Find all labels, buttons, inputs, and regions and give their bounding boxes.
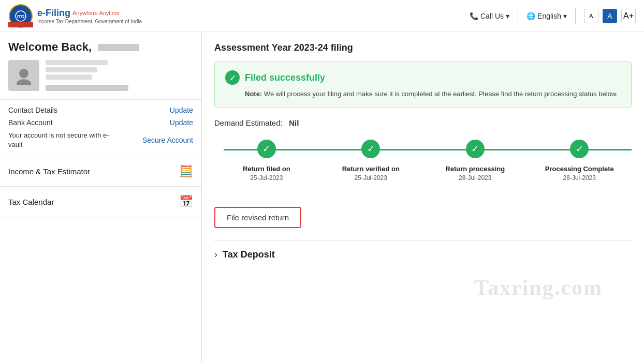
- contact-details-update-link[interactable]: Update: [170, 106, 193, 114]
- timeline-check-2: ✓: [361, 140, 380, 158]
- timeline-date-3: 28-Jul-2023: [459, 174, 491, 182]
- timeline-label-3: Return processing 28-Jul-2023: [445, 164, 505, 183]
- welcome-text: Welcome Back,: [8, 40, 92, 53]
- user-info-line-1: [46, 60, 108, 65]
- logo-subtitle: Income Tax Department, Government of Ind…: [37, 19, 142, 24]
- timeline-check-1: ✓: [257, 140, 276, 158]
- timeline-step-3: ✓ Return processing 28-Jul-2023: [423, 140, 528, 183]
- calculator-icon: 🧮: [179, 164, 193, 178]
- sidebar-links: Contact Details Update Bank Account Upda…: [0, 100, 201, 156]
- sidebar: Welcome Back,: [0, 32, 202, 362]
- font-size-controls: A A A+: [584, 9, 636, 23]
- emblem-icon: ITD: [8, 4, 33, 28]
- header-right: 📞 Call Us ▾ 🌐 English ▾ A A A+: [470, 8, 636, 24]
- success-title-text: Filed successfully: [245, 72, 325, 83]
- call-us-label: Call Us: [480, 12, 504, 20]
- call-chevron-icon: ▾: [506, 12, 509, 20]
- timeline-check-4: ✓: [570, 140, 589, 158]
- demand-label: Demand Estimated:: [214, 118, 283, 127]
- timeline-date-2: 25-Jul-2023: [355, 174, 387, 182]
- timeline-label-2: Return verified on 25-Jul-2023: [342, 164, 400, 183]
- call-us-button[interactable]: 📞 Call Us ▾: [470, 12, 509, 20]
- success-title-row: ✓ Filed successfully: [225, 70, 621, 85]
- tax-calendar-label: Tax Calendar: [8, 198, 54, 206]
- timeline-label-4: Processing Complete 28-Jul-2023: [545, 164, 614, 183]
- page-title: Assessment Year 2023-24 filing: [214, 42, 632, 53]
- tax-deposit-title: Tax Deposit: [223, 249, 275, 260]
- welcome-section: Welcome Back,: [0, 40, 201, 100]
- timeline-step-1: ✓ Return filed on 25-Jul-2023: [214, 140, 319, 183]
- user-info-line-2: [46, 67, 97, 72]
- calendar-icon: 📅: [179, 195, 193, 208]
- user-info: [46, 60, 128, 91]
- tax-deposit-section: › Tax Deposit: [214, 240, 632, 260]
- income-tax-estimator-label: Income & Tax Estimator: [8, 167, 90, 176]
- globe-icon: 🌐: [526, 12, 535, 20]
- timeline-date-4: 28-Jul-2023: [563, 174, 596, 182]
- timeline: ✓ Return filed on 25-Jul-2023 ✓ Return v…: [214, 140, 632, 193]
- user-name-blurred: [98, 44, 139, 51]
- logo-efiling-label: e-Filing Anywhere Anytime: [37, 8, 142, 19]
- timeline-step-2: ✓ Return verified on 25-Jul-2023: [319, 140, 423, 183]
- timeline-label-3-title: Return processing: [445, 164, 505, 174]
- font-small-label: A: [589, 13, 593, 19]
- svg-rect-3: [8, 22, 33, 27]
- tax-calendar-widget[interactable]: Tax Calendar 📅: [0, 187, 201, 217]
- tax-deposit-row: › Tax Deposit: [214, 249, 632, 260]
- user-info-line-3: [46, 74, 92, 80]
- content-area: Assessment Year 2023-24 filing ✓ Filed s…: [202, 32, 644, 362]
- timeline-label-4-title: Processing Complete: [545, 164, 614, 174]
- contact-details-row: Contact Details Update: [8, 106, 193, 114]
- bank-account-label: Bank Account: [8, 118, 53, 127]
- font-medium-label: A: [607, 12, 612, 20]
- bank-account-update-link[interactable]: Update: [170, 118, 193, 127]
- header: ITD e-Filing Anywhere Anytime Income Tax…: [0, 0, 644, 32]
- demand-value: Nil: [289, 118, 299, 127]
- efiling-text: e-Filing: [37, 8, 70, 19]
- secure-account-row: Your account is not secure with e-vault …: [8, 131, 193, 149]
- logo-text: e-Filing Anywhere Anytime Income Tax Dep…: [37, 8, 142, 24]
- timeline-label-1-title: Return filed on: [243, 164, 290, 174]
- user-profile: [8, 60, 193, 91]
- bank-account-row: Bank Account Update: [8, 118, 193, 127]
- language-button[interactable]: 🌐 English ▾: [526, 12, 567, 20]
- welcome-title: Welcome Back,: [8, 40, 193, 54]
- font-large-button[interactable]: A+: [621, 9, 636, 23]
- secure-account-label: Your account is not secure with e-vault: [8, 131, 112, 149]
- header-divider-1: [518, 8, 518, 24]
- demand-row: Demand Estimated: Nil: [214, 118, 632, 127]
- timeline-check-3: ✓: [466, 140, 485, 158]
- phone-icon: 📞: [470, 12, 478, 20]
- success-note: Note: We will process your filing and ma…: [225, 89, 621, 99]
- user-email: [46, 84, 128, 91]
- success-banner: ✓ Filed successfully Note: We will proce…: [214, 62, 632, 108]
- file-revised-return-label: File revised return: [227, 213, 289, 222]
- language-label: English: [537, 12, 561, 20]
- svg-point-4: [19, 69, 28, 78]
- avatar-icon: [14, 66, 33, 85]
- tax-deposit-chevron-icon[interactable]: ›: [214, 249, 217, 260]
- watermark: Taxring.com: [474, 275, 603, 300]
- secure-account-link[interactable]: Secure Account: [142, 136, 193, 144]
- email-blurred: [46, 85, 128, 91]
- timeline-label-1: Return filed on 25-Jul-2023: [243, 164, 290, 183]
- main-layout: Welcome Back,: [0, 32, 644, 362]
- timeline-date-1: 25-Jul-2023: [250, 174, 283, 182]
- lang-chevron-icon: ▾: [563, 12, 567, 20]
- contact-details-label: Contact Details: [8, 106, 57, 114]
- income-tax-estimator-widget[interactable]: Income & Tax Estimator 🧮: [0, 156, 201, 187]
- success-note-text: We will process your filing and make sur…: [264, 90, 618, 98]
- anywhere-text: Anywhere Anytime: [72, 10, 120, 16]
- font-medium-button[interactable]: A: [603, 9, 617, 23]
- timeline-step-4: ✓ Processing Complete 28-Jul-2023: [528, 140, 632, 183]
- svg-text:ITD: ITD: [17, 14, 25, 19]
- avatar: [8, 60, 39, 91]
- svg-point-5: [17, 79, 31, 85]
- font-large-label: A+: [623, 11, 634, 21]
- success-check-icon: ✓: [225, 70, 240, 85]
- logo-section: ITD e-Filing Anywhere Anytime Income Tax…: [8, 4, 142, 28]
- file-revised-return-button[interactable]: File revised return: [214, 207, 301, 228]
- watermark-text: Taxring.com: [474, 276, 603, 299]
- font-small-button[interactable]: A: [584, 9, 598, 23]
- header-divider-2: [575, 8, 576, 24]
